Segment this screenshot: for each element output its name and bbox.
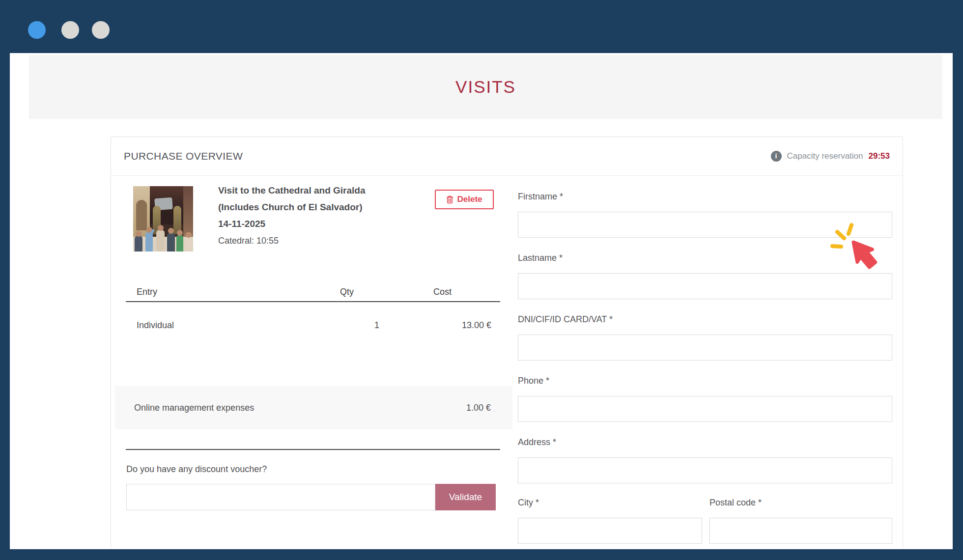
item-date: 14-11-2025 [218,216,366,232]
page-header-band: VISITS [29,55,942,119]
item-details: Visit to the Cathedral and Giralda (Incl… [218,182,366,249]
col-header-entry: Entry [126,287,311,297]
window-control-dot-gray-1[interactable] [61,21,79,39]
window-control-dot-blue[interactable] [28,21,46,39]
fees-amount: 1.00 € [466,403,491,413]
table-row: Individual 1 13.00 € [126,319,500,332]
management-fees-row: Online management expenses 1.00 € [115,386,512,429]
row-qty: 1 [311,320,379,331]
voucher-question: Do you have any discount voucher? [126,464,267,475]
page-title: VISITS [455,77,516,97]
item-title-line1: Visit to the Cathedral and Giralda [218,182,366,199]
phone-label: Phone * [518,376,549,386]
capacity-timer: 29:53 [869,151,890,161]
address-field[interactable] [518,457,892,483]
row-cost: 13.00 € [379,320,500,331]
item-title-line2: (Includes Church of El Salvador) [218,199,366,216]
dni-field[interactable] [518,335,892,361]
delete-label: Delete [457,195,482,204]
capacity-label: Capacity reservation [787,151,863,161]
city-field[interactable] [518,518,702,544]
delete-item-button[interactable]: Delete [435,190,494,209]
dni-label: DNI/CIF/ID CARD/VAT * [518,314,613,325]
firstname-field[interactable] [518,212,892,238]
browser-window: { "colors": { "frame_navy": "#1C3E5F", "… [0,0,963,560]
fees-label: Online management expenses [134,403,254,413]
phone-field[interactable] [518,396,892,422]
row-entry-name: Individual [126,320,311,331]
firstname-label: Firstname * [518,192,563,202]
item-thumbnail [133,186,193,252]
browser-titlebar [0,0,963,53]
capacity-reservation: i Capacity reservation 29:53 [771,151,890,162]
card-title: PURCHASE OVERVIEW [124,150,243,162]
col-header-qty: Qty [311,287,379,297]
window-control-dot-gray-2[interactable] [92,21,110,39]
item-session-time: Catedral: 10:55 [218,232,366,249]
entries-table-header: Entry Qty Cost [126,282,500,302]
lastname-field[interactable] [518,273,892,299]
entries-table: Entry Qty Cost Individual 1 13.00 € [126,282,500,332]
card-header: PURCHASE OVERVIEW i Capacity reservation… [111,137,903,176]
postal-code-field[interactable] [709,518,892,544]
trash-icon [446,196,453,204]
city-label: City * [518,498,539,508]
col-header-cost: Cost [379,287,500,297]
voucher-input[interactable] [126,484,435,510]
postal-code-label: Postal code * [709,498,762,508]
purchase-overview-card: PURCHASE OVERVIEW i Capacity reservation… [111,137,903,549]
lastname-label: Lastname * [518,253,563,263]
validate-voucher-button[interactable]: Validate [435,484,496,510]
page-content: VISITS PURCHASE OVERVIEW i Capacity rese… [10,53,953,549]
section-divider [126,449,500,450]
address-label: Address * [518,437,556,448]
info-icon[interactable]: i [771,151,782,162]
